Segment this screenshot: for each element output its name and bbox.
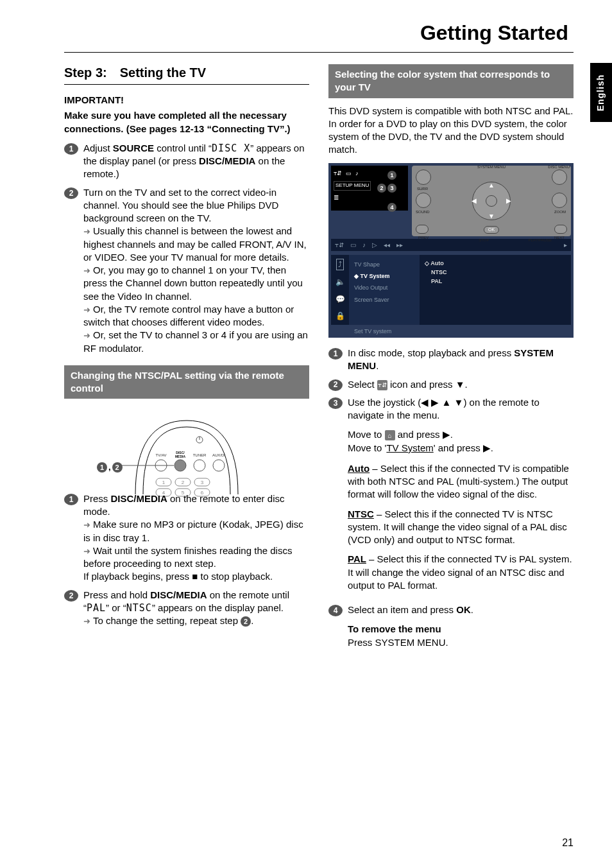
text: Move to ' <box>348 442 386 453</box>
text: . <box>376 360 378 371</box>
zoom-button <box>552 193 567 208</box>
remote-svg: TV/AV DISC/ MEDIA TUNER AUX/DI 1 2 3 4 5 <box>116 408 257 498</box>
callout-badge-1: 1 <box>97 462 107 473</box>
text: Move to <box>348 429 385 440</box>
next-button <box>554 225 567 234</box>
right-column: Selecting the color system that correspo… <box>328 64 574 649</box>
option-ntsc: NTSC <box>425 268 566 277</box>
sub-text: Make sure no MP3 or picture (Kodak, JPEG… <box>83 518 309 544</box>
callout-1: 1 <box>387 171 396 180</box>
sound-label: SOUND <box>416 209 430 214</box>
svg-text:3: 3 <box>201 480 204 485</box>
text: to stop playback. <box>201 571 273 582</box>
ok-label: OK <box>456 604 471 615</box>
list-item: 1 Press DISC/MEDIA on the remote to ente… <box>64 492 309 584</box>
text: Press <box>83 493 111 504</box>
step-heading: Step 3: Setting the TV <box>64 64 309 85</box>
text: and press ▶. <box>398 429 453 440</box>
sub-text: Or, the TV remote control may have a but… <box>83 303 309 329</box>
ok-button: OK <box>484 226 499 233</box>
text: If playback begins, press <box>83 571 192 582</box>
osd-menu: ⤴ 🔈 💬 🔒 TV Shape ◆ TV System Video Outpu… <box>331 255 571 325</box>
text: . <box>251 615 253 626</box>
text: – Select this if the connected TV is com… <box>348 463 569 500</box>
option-pal: PAL <box>425 277 566 286</box>
text: Use the joystick (◀ ▶ ▲ ▼) on the remote… <box>348 396 574 422</box>
left-column: Step 3: Setting the TV IMPORTANT! Make s… <box>64 64 309 649</box>
step-badge-4: 4 <box>328 605 343 616</box>
sub-text: Wait until the system finishes reading t… <box>83 544 309 571</box>
disc-menu-label: DISC MENU <box>548 164 570 169</box>
pal-heading: PAL <box>348 553 366 564</box>
forward-icon: ▸▸ <box>396 241 403 250</box>
option-auto: Auto <box>430 260 444 266</box>
step-badge-1: 1 <box>64 494 78 505</box>
disc-x-label: DISC X <box>212 143 250 154</box>
sound-icon: ♪ <box>362 241 366 250</box>
callout-3: 3 <box>387 184 396 193</box>
ntsc-label: NTSC <box>126 602 152 614</box>
speaker-icon: 🔈 <box>336 277 345 287</box>
text: – Select this if the connected TV is PAL… <box>348 553 572 591</box>
lock-icon: 🔒 <box>336 311 345 321</box>
next-label: NEXT <box>554 235 565 240</box>
text: – Select this if the connected TV is NTS… <box>348 508 567 546</box>
person-icon: ᴛ⇵ <box>335 241 344 250</box>
sub-text: Or, you may go to channel 1 on your TV, … <box>83 264 309 303</box>
sub-text: Usually this channel is between the lowe… <box>83 225 309 264</box>
remove-menu-heading: To remove the menu <box>348 623 574 636</box>
list-item: 2 Turn on the TV and set to the correct … <box>64 186 309 355</box>
discmedia-label: DISC/MEDIA <box>150 589 207 600</box>
tuner-label: TUNER <box>193 453 207 457</box>
setup-menu-label: SETUP MENU <box>334 181 371 191</box>
zoom-label: ZOOM <box>554 209 566 214</box>
sound-button <box>416 193 431 208</box>
text: ” or “ <box>106 602 126 613</box>
discmedia-label: DISC/MEDIA <box>111 493 167 504</box>
osd-menu-list: TV Shape ◆ TV System Video Output Screen… <box>349 255 420 325</box>
menu-item-selected: ◆ TV System <box>349 270 420 282</box>
section-bar-ntsc-pal: Changing the NTSC/PAL setting via the re… <box>64 365 309 399</box>
rewind-icon: ◂◂ <box>384 241 390 250</box>
tv-system-label: TV System <box>386 442 433 453</box>
prev-button <box>416 225 429 234</box>
tvav-label: TV/AV <box>156 453 167 457</box>
text: ' and press ▶. <box>434 442 493 453</box>
osd-icon-column: ⤴ 🔈 💬 🔒 <box>331 255 349 325</box>
text: control until “ <box>154 143 212 153</box>
stop-label: STOP <box>479 238 489 243</box>
person-icon: ᴛ⇵ <box>334 169 342 177</box>
text: To change the setting, repeat step <box>93 615 241 626</box>
menu-item: Screen Saver <box>349 294 420 306</box>
step-badge-1: 1 <box>64 143 78 155</box>
language-tab: English <box>590 63 612 122</box>
surr-label: SURR <box>417 186 428 191</box>
tv-icon: ⌂ <box>385 430 395 440</box>
text: Press and hold <box>83 589 150 600</box>
text: ” appears on the display panel. <box>152 602 284 613</box>
svg-text:2: 2 <box>182 480 185 485</box>
screen-icon: ▭ <box>350 241 356 250</box>
intro-text: This DVD system is compatible with both … <box>328 105 574 157</box>
stop-icon: ■ <box>192 571 198 582</box>
step-badge-2: 2 <box>64 590 78 602</box>
list-item: 1 In disc mode, stop playback and press … <box>328 347 574 373</box>
step-badge-2: 2 <box>64 187 78 199</box>
step-badge-1: 1 <box>328 348 343 360</box>
page-title: Getting Started <box>64 19 574 47</box>
person-icon: ⤴ <box>336 259 344 270</box>
important-text: Make sure you have completed all the nec… <box>64 109 309 135</box>
header-rule <box>64 52 574 53</box>
menu-item: TV Shape <box>349 259 420 270</box>
text: Select an item and press <box>348 604 456 615</box>
text: icon and press ▼. <box>390 379 468 390</box>
section-bar-color-system: Selecting the color system that correspo… <box>328 64 574 98</box>
chat-icon: 💬 <box>336 294 345 304</box>
svg-text:MEDIA: MEDIA <box>175 455 186 458</box>
surr-button <box>416 169 431 185</box>
callout-badge-2: 2 <box>241 616 251 627</box>
callout-2: 2 <box>377 184 386 193</box>
remove-menu-text: Press SYSTEM MENU. <box>348 636 574 649</box>
disc-menu-button <box>552 169 567 185</box>
source-label: SOURCE <box>113 143 154 153</box>
